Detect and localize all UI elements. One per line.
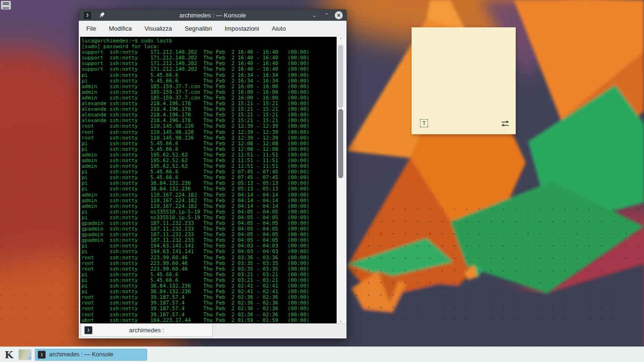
scroll-down-arrow-icon[interactable]: ⌄ — [337, 318, 345, 323]
kde-logo-icon: K — [5, 349, 13, 361]
tab-bar: ❯ archimedes : — [79, 323, 347, 337]
window-titlebar[interactable]: ❯ archimedes : — Konsole ⌄ ⌃ ✕ — [79, 9, 347, 21]
desktop-toolbox-button[interactable] — [1, 1, 11, 9]
hamburger-icon — [3, 2, 9, 8]
scroll-up-arrow-icon[interactable]: ⌃ — [337, 37, 345, 42]
menubar: File Modifica Visualizza Segnalibri Impo… — [79, 21, 347, 36]
task-button-label: archimedes : — Konsole — [49, 351, 113, 358]
menu-file[interactable]: File — [86, 25, 96, 32]
sticky-note-widget[interactable]: T — [412, 27, 516, 134]
menu-modifica[interactable]: Modifica — [109, 25, 132, 32]
menu-impostazioni[interactable]: Impostazioni — [225, 25, 259, 32]
folder-view-icon[interactable] — [19, 350, 31, 360]
format-text-icon[interactable]: T — [420, 119, 428, 127]
settings-sliders-icon[interactable] — [502, 120, 509, 127]
menu-visualizza[interactable]: Visualizza — [144, 25, 172, 32]
task-button-konsole[interactable]: ❯ archimedes : — Konsole — [35, 349, 147, 361]
terminal-view[interactable]: luca@archimedes:~$ sudo lastb [sudo] pas… — [80, 37, 345, 323]
menu-aiuto[interactable]: Aiuto — [272, 25, 286, 32]
scrollbar-segment — [338, 45, 343, 108]
maximize-button[interactable]: ⌃ — [322, 11, 330, 19]
konsole-icon: ❯ — [38, 351, 46, 359]
tab-archimedes[interactable]: ❯ archimedes : — [81, 324, 213, 337]
konsole-icon: ❯ — [84, 326, 92, 334]
application-launcher-button[interactable]: K — [2, 348, 16, 361]
konsole-window: ❯ archimedes : — Konsole ⌄ ⌃ ✕ File Modi… — [79, 9, 347, 338]
menu-segnalibri[interactable]: Segnalibri — [185, 25, 212, 32]
terminal-scrollbar[interactable]: ⌃ ⌄ — [337, 37, 345, 323]
window-title: archimedes : — Konsole — [79, 12, 347, 19]
scrollbar-thumb[interactable] — [338, 109, 343, 178]
slider-line — [502, 123, 509, 127]
minimize-button[interactable]: ⌄ — [310, 11, 318, 19]
close-button[interactable]: ✕ — [335, 11, 343, 19]
taskbar-panel: K ❯ archimedes : — Konsole — [0, 346, 644, 362]
terminal-output[interactable]: luca@archimedes:~$ sudo lastb [sudo] pas… — [80, 37, 337, 323]
tab-label: archimedes : — [129, 327, 164, 334]
slider-line — [502, 120, 509, 123]
